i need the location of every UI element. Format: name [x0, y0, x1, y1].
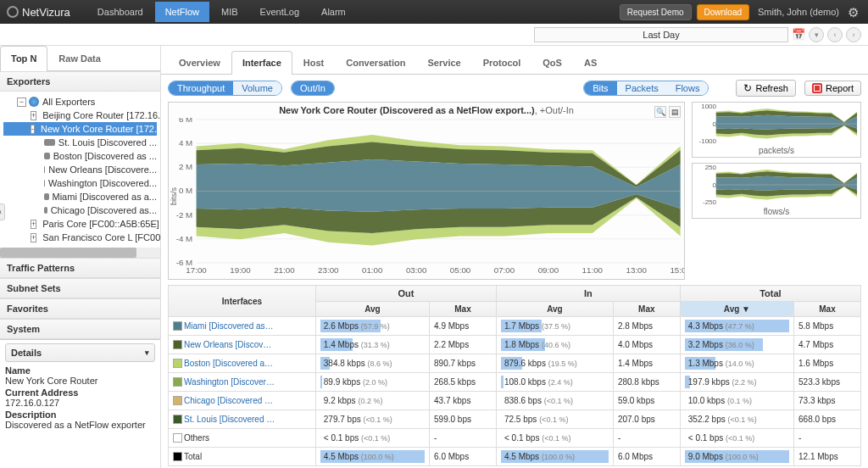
chart-title: New York Core Router (Discovered as a Ne…: [279, 105, 535, 115]
section-exporters[interactable]: Exporters: [0, 71, 160, 92]
col-group-in: In: [496, 286, 680, 302]
logo-icon: [7, 6, 19, 18]
pill-flows[interactable]: Flows: [667, 81, 709, 95]
tree-item[interactable]: +Paris Core [FC00::A5B:65E]: [3, 217, 157, 231]
pill-bits[interactable]: Bits: [584, 81, 616, 95]
tab-conversation[interactable]: Conversation: [335, 51, 416, 74]
interface-link[interactable]: Chicago [Discovered as a Ne: [184, 396, 275, 405]
chart-zoom-icon[interactable]: 🔍: [654, 106, 666, 118]
section-favorites[interactable]: Favorites: [0, 298, 160, 319]
details-name-label: Name: [5, 365, 155, 376]
svg-text:05:00: 05:00: [450, 265, 470, 275]
pill-volume[interactable]: Volume: [233, 81, 281, 95]
topnav-eventlog[interactable]: EventLog: [250, 2, 309, 22]
tab-as[interactable]: AS: [573, 51, 608, 74]
side-tab-raw-data[interactable]: Raw Data: [47, 46, 112, 70]
chart-subtitle: , +Out/-In: [535, 105, 574, 115]
tree-item[interactable]: Boston [Discovered as ...: [3, 149, 157, 163]
interface-link[interactable]: Miami [Discovered as a NetF: [184, 321, 275, 331]
topnav-dashboard[interactable]: Dashboard: [87, 2, 153, 22]
request-demo-button[interactable]: Request Demo: [620, 4, 692, 20]
topnav-netflow[interactable]: NetFlow: [155, 2, 209, 22]
tree-item[interactable]: Washington [Discovered...: [3, 176, 157, 190]
time-dropdown-button[interactable]: ▾: [809, 27, 824, 42]
brand-text: NetVizura: [22, 6, 70, 19]
refresh-icon: ↻: [743, 82, 752, 94]
col-out-max[interactable]: Max: [430, 302, 497, 317]
topnav-alarm[interactable]: Alarm: [311, 2, 356, 22]
svg-text:bits/s: bits/s: [169, 187, 178, 205]
mini-chart-flows[interactable]: 2500-250 flows/s: [692, 163, 861, 219]
interface-link[interactable]: New Orleans [Discovered as: [184, 340, 275, 349]
expand-icon[interactable]: +: [31, 111, 36, 120]
pill-throughput[interactable]: Throughput: [169, 81, 233, 95]
direction-pill[interactable]: Out/In: [292, 81, 334, 95]
topnav-mib[interactable]: MIB: [211, 2, 248, 22]
section-traffic-patterns[interactable]: Traffic Patterns: [0, 258, 160, 278]
svg-text:-4 M: -4 M: [176, 234, 193, 243]
svg-text:23:00: 23:00: [318, 265, 338, 275]
time-forward-button[interactable]: ›: [846, 27, 861, 42]
main-chart[interactable]: New York Core Router (Discovered as a Ne…: [168, 102, 685, 280]
tree-item[interactable]: New Orleans [Discovere...: [3, 163, 157, 176]
mini-chart-packets[interactable]: 10000-1000 packets/s: [692, 102, 861, 158]
tree-h-scrollbar[interactable]: [0, 248, 160, 258]
tab-host[interactable]: Host: [292, 51, 335, 74]
details-desc-value: Discovered as a NetFlow exporter: [5, 420, 155, 430]
report-button[interactable]: Report: [804, 81, 861, 96]
section-subnet-sets[interactable]: Subnet Sets: [0, 278, 160, 298]
expand-icon[interactable]: +: [31, 233, 36, 242]
tab-qos[interactable]: QoS: [531, 51, 573, 74]
device-icon: [44, 166, 45, 173]
details-address-value: 172.16.0.127: [5, 398, 155, 408]
user-label[interactable]: Smith, John (demo): [758, 7, 839, 17]
collapse-icon[interactable]: −: [17, 98, 26, 107]
tab-overview[interactable]: Overview: [168, 51, 231, 74]
time-range-select[interactable]: Last Day: [534, 27, 788, 42]
download-button[interactable]: Download: [697, 4, 749, 20]
table-row: New Orleans [Discovered as1.4 Mbps (31.3…: [169, 336, 861, 354]
mini-packets-label: packets/s: [693, 145, 860, 156]
pdf-icon: [812, 83, 822, 93]
col-total-avg[interactable]: Avg ▼: [680, 302, 793, 317]
col-total-max[interactable]: Max: [794, 302, 861, 317]
calendar-icon[interactable]: 📅: [792, 28, 805, 41]
device-icon: [44, 193, 49, 200]
tab-interface[interactable]: Interface: [231, 51, 292, 75]
interface-link[interactable]: Washington [Discovered as a: [184, 377, 275, 387]
col-in-avg[interactable]: Avg: [496, 302, 613, 317]
sidebar-collapse-handle[interactable]: ‹‹: [0, 203, 5, 220]
table-row: Chicago [Discovered as a Ne9.2 kbps (0.2…: [169, 392, 861, 410]
tree-item[interactable]: +San Francisco Core L [FC00::B...: [3, 231, 157, 244]
tree-all-exporters[interactable]: −All Exporters: [3, 95, 157, 109]
col-in-max[interactable]: Max: [613, 302, 680, 317]
expand-icon[interactable]: +: [31, 220, 36, 229]
time-back-button[interactable]: ‹: [827, 27, 843, 42]
refresh-button[interactable]: ↻Refresh: [736, 80, 796, 97]
svg-text:4 M: 4 M: [179, 139, 192, 148]
interface-link[interactable]: St. Louis [Discovered as a Ne: [184, 415, 275, 424]
section-system[interactable]: System: [0, 319, 160, 339]
tree-item[interactable]: Miami [Discovered as a...: [3, 190, 157, 203]
tree-item[interactable]: St. Louis [Discovered ...: [3, 136, 157, 149]
color-swatch: [173, 433, 182, 443]
chart-legend-icon[interactable]: ▤: [669, 106, 681, 118]
tree-item[interactable]: -New York Core Router [172.16.0: [3, 122, 157, 136]
brand-logo[interactable]: NetVizura: [7, 6, 70, 19]
interface-link[interactable]: Boston [Discovered as a Netf: [184, 359, 275, 368]
expand-icon[interactable]: -: [31, 125, 35, 134]
table-row: Miami [Discovered as a NetF2.6 Mbps (57.…: [169, 317, 861, 336]
details-header[interactable]: Details ▾: [5, 343, 155, 362]
gear-icon[interactable]: ⚙: [848, 5, 861, 19]
col-out-avg[interactable]: Avg: [315, 302, 429, 317]
pill-packets[interactable]: Packets: [617, 81, 667, 95]
svg-text:6 M: 6 M: [179, 118, 192, 124]
tree-item[interactable]: Chicago [Discovered as...: [3, 203, 157, 217]
side-tab-top-n[interactable]: Top N: [0, 46, 47, 71]
tab-protocol[interactable]: Protocol: [472, 51, 532, 74]
col-interfaces[interactable]: Interfaces: [169, 286, 316, 317]
tree-item[interactable]: +Beijing Core Router [172.16.6.94: [3, 109, 157, 122]
tab-service[interactable]: Service: [417, 51, 472, 74]
svg-text:11:00: 11:00: [582, 265, 603, 275]
table-row: St. Louis [Discovered as a Ne279.7 bps (…: [169, 410, 861, 429]
